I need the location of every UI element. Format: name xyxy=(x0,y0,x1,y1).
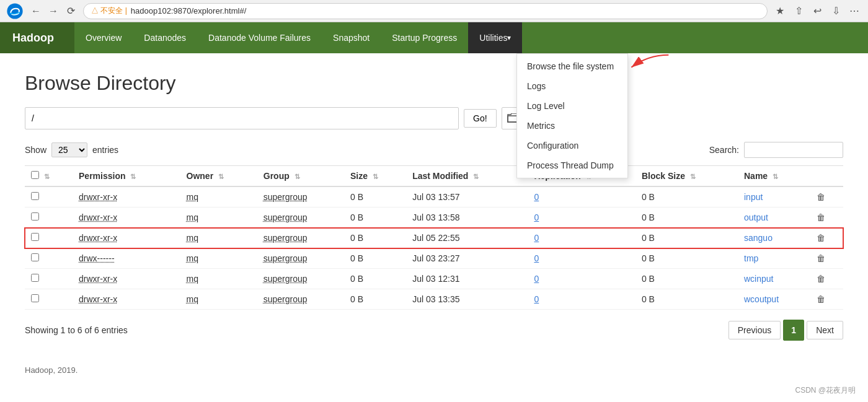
row-checkbox[interactable] xyxy=(31,274,39,282)
row-replication[interactable]: 0 xyxy=(528,186,635,208)
red-arrow-indicator xyxy=(623,51,673,77)
nav-link-volume-failures[interactable]: Datanode Volume Failures xyxy=(197,22,322,53)
row-size: 0 B xyxy=(344,269,406,289)
row-group: supergroup xyxy=(257,228,344,248)
row-checkbox[interactable] xyxy=(31,253,39,261)
nav-item-snapshot[interactable]: Snapshot xyxy=(322,22,381,53)
row-block-size: 0 B xyxy=(636,186,738,208)
dropdown-item-log-level[interactable]: Log Level xyxy=(517,96,627,116)
footer-text: Hadoop, 2019. xyxy=(25,365,78,375)
row-name[interactable]: output xyxy=(738,208,810,228)
navbar-brand[interactable]: Hadoop xyxy=(0,22,74,53)
browser-nav-buttons[interactable]: ← → ⟳ xyxy=(29,4,78,19)
row-last-modified: Jul 03 13:58 xyxy=(406,208,528,228)
row-owner: mq xyxy=(180,248,257,269)
th-checkbox: ⇅ xyxy=(25,166,73,187)
row-replication[interactable]: 0 xyxy=(528,228,635,248)
refresh-button[interactable]: ⟳ xyxy=(63,4,78,19)
row-replication[interactable]: 0 xyxy=(528,269,635,289)
row-size: 0 B xyxy=(344,289,406,310)
row-name[interactable]: wcinput xyxy=(738,269,810,289)
nav-link-snapshot[interactable]: Snapshot xyxy=(322,22,381,53)
nav-item-utilities[interactable]: Utilities xyxy=(468,22,522,53)
row-name[interactable]: tmp xyxy=(738,248,810,269)
th-last-modified[interactable]: Last Modified ⇅ xyxy=(406,166,528,187)
show-label: Show xyxy=(25,145,46,155)
row-replication[interactable]: 0 xyxy=(528,248,635,269)
previous-button[interactable]: Previous xyxy=(728,321,781,339)
nav-item-volume-failures[interactable]: Datanode Volume Failures xyxy=(197,22,322,53)
path-bar: Go! xyxy=(25,107,843,129)
nav-link-overview[interactable]: Overview xyxy=(74,22,133,53)
select-all-checkbox[interactable] xyxy=(31,171,39,179)
row-block-size: 0 B xyxy=(636,208,738,228)
main-navbar: Hadoop Overview Datanodes Datanode Volum… xyxy=(0,22,868,53)
row-checkbox[interactable] xyxy=(31,212,39,221)
row-delete-btn[interactable]: 🗑 xyxy=(810,248,843,269)
forward-button[interactable]: → xyxy=(46,4,61,19)
row-checkbox[interactable] xyxy=(31,233,39,241)
row-name[interactable]: input xyxy=(738,186,810,208)
row-replication[interactable]: 0 xyxy=(528,208,635,228)
row-delete-btn[interactable]: 🗑 xyxy=(810,269,843,289)
row-replication[interactable]: 0 xyxy=(528,289,635,310)
th-size[interactable]: Size ⇅ xyxy=(344,166,406,187)
table-row: drwx------ mq supergroup 0 B Jul 03 23:2… xyxy=(25,248,843,269)
dropdown-item-configuration[interactable]: Configuration xyxy=(517,136,627,155)
dropdown-item-browse-fs[interactable]: Browse the file system xyxy=(517,56,627,76)
go-button[interactable]: Go! xyxy=(464,109,497,128)
row-delete-btn[interactable]: 🗑 xyxy=(810,228,843,248)
row-name[interactable]: wcoutput xyxy=(738,289,810,310)
back-button[interactable]: ← xyxy=(29,4,43,19)
security-warning-icon: △ 不安全 | xyxy=(91,6,127,16)
download-icon[interactable]: ⇩ xyxy=(828,4,843,19)
row-size: 0 B xyxy=(344,208,406,228)
search-input[interactable] xyxy=(744,142,843,158)
row-owner: mq xyxy=(180,269,257,289)
entries-select[interactable]: 25 50 100 xyxy=(51,142,87,157)
row-block-size: 0 B xyxy=(636,248,738,269)
entries-label: entries xyxy=(92,145,118,155)
row-permission: drwxr-xr-x xyxy=(73,289,180,310)
share-icon[interactable]: ⇧ xyxy=(791,4,806,19)
dropdown-item-process-thread-dump[interactable]: Process Thread Dump xyxy=(517,155,627,175)
next-button[interactable]: Next xyxy=(807,321,843,339)
path-input[interactable] xyxy=(25,107,459,129)
current-page[interactable]: 1 xyxy=(783,320,804,341)
row-checkbox[interactable] xyxy=(31,294,39,302)
row-group: supergroup xyxy=(257,208,344,228)
table-header: ⇅ Permission ⇅ Owner ⇅ Group ⇅ Size ⇅ xyxy=(25,166,843,187)
more-icon[interactable]: ⋯ xyxy=(847,4,862,19)
row-group: supergroup xyxy=(257,186,344,208)
row-checkbox[interactable] xyxy=(31,192,39,200)
th-actions xyxy=(810,166,843,187)
row-checkbox-cell xyxy=(25,248,73,269)
row-checkbox-cell xyxy=(25,208,73,228)
dropdown-item-logs[interactable]: Logs xyxy=(517,76,627,96)
row-delete-btn[interactable]: 🗑 xyxy=(810,186,843,208)
watermark: CSDN @花夜月明 xyxy=(795,385,856,387)
nav-link-datanodes[interactable]: Datanodes xyxy=(133,22,197,53)
nav-item-overview[interactable]: Overview xyxy=(74,22,133,53)
dropdown-item-metrics[interactable]: Metrics xyxy=(517,116,627,136)
nav-link-startup-progress[interactable]: Startup Progress xyxy=(381,22,468,53)
nav-item-startup-progress[interactable]: Startup Progress xyxy=(381,22,468,53)
browser-toolbar: ★ ⇧ ↩ ⇩ ⋯ xyxy=(773,4,862,19)
back-nav-icon[interactable]: ↩ xyxy=(810,4,825,19)
star-icon[interactable]: ★ xyxy=(773,4,787,19)
row-delete-btn[interactable]: 🗑 xyxy=(810,208,843,228)
row-size: 0 B xyxy=(344,248,406,269)
address-bar[interactable]: △ 不安全 | hadoop102:9870/explorer.html#/ xyxy=(83,3,768,19)
row-delete-btn[interactable]: 🗑 xyxy=(810,289,843,310)
th-block-size[interactable]: Block Size ⇅ xyxy=(636,166,738,187)
pagination: Previous 1 Next xyxy=(728,320,843,341)
th-owner[interactable]: Owner ⇅ xyxy=(180,166,257,187)
nav-item-datanodes[interactable]: Datanodes xyxy=(133,22,197,53)
row-name[interactable]: sanguo xyxy=(738,228,810,248)
th-group[interactable]: Group ⇅ xyxy=(257,166,344,187)
row-block-size: 0 B xyxy=(636,289,738,310)
row-group: supergroup xyxy=(257,248,344,269)
th-name[interactable]: Name ⇅ xyxy=(738,166,810,187)
th-permission[interactable]: Permission ⇅ xyxy=(73,166,180,187)
nav-link-utilities[interactable]: Utilities xyxy=(468,22,522,53)
